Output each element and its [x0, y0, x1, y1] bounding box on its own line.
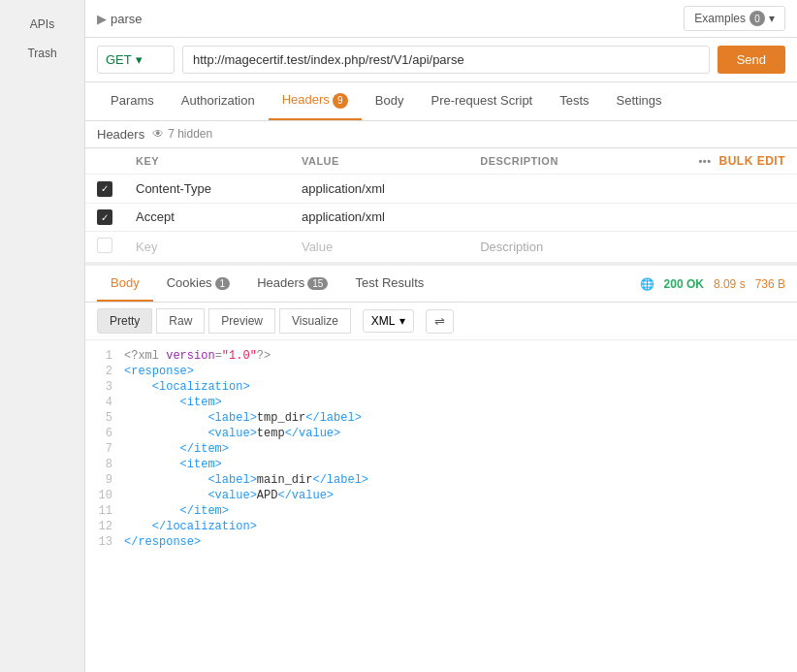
row1-key[interactable]: Content-Type — [124, 175, 290, 204]
row3-checkbox[interactable] — [97, 238, 112, 253]
tab-headers[interactable]: Headers9 — [269, 82, 362, 120]
row2-description[interactable] — [468, 203, 797, 232]
row2-value[interactable]: application/xml — [290, 203, 468, 232]
code-line: 6 <value>temp</value> — [85, 426, 797, 441]
sidebar-item-trash[interactable]: Trash — [0, 39, 84, 68]
tab-params[interactable]: Params — [97, 83, 168, 119]
row2-key[interactable]: Accept — [124, 203, 290, 232]
table-row: ✓ Accept application/xml — [85, 203, 797, 232]
send-button[interactable]: Send — [717, 46, 785, 74]
table-row: Key Value Description — [85, 232, 797, 263]
visualize-button[interactable]: Visualize — [279, 308, 351, 334]
tab-settings[interactable]: Settings — [603, 83, 676, 119]
arrow-icon: ▶ — [97, 12, 107, 26]
code-line: 11 </item> — [85, 503, 797, 519]
status-code: 200 OK — [664, 277, 704, 291]
response-code-area: 1<?xml version="1.0"?>2<response>3 <loca… — [85, 340, 797, 672]
wrap-button[interactable]: ⇌ — [426, 309, 454, 334]
response-time: 8.09 s — [714, 277, 746, 291]
table-row: ✓ Content-Type application/xml — [85, 175, 797, 204]
request-tabs: Params Authorization Headers9 Body Pre-r… — [85, 82, 797, 121]
code-line: 5 <label>tmp_dir</label> — [85, 410, 797, 426]
tab-body[interactable]: Body — [362, 83, 418, 119]
row3-description[interactable]: Description — [468, 232, 797, 263]
hidden-headers-badge: 👁 7 hidden — [152, 127, 212, 141]
wrap-icon: ⇌ — [434, 314, 445, 329]
examples-button[interactable]: Examples 0 ▾ — [684, 6, 785, 31]
tab-authorization[interactable]: Authorization — [168, 83, 269, 119]
response-tab-headers[interactable]: Headers15 — [243, 266, 341, 302]
examples-count-badge: 0 — [749, 11, 765, 26]
eye-icon: 👁 — [152, 127, 164, 141]
headers-table: KEY VALUE DESCRIPTION ••• Bulk Edit — [85, 148, 797, 264]
code-line: 7 </item> — [85, 441, 797, 457]
row2-checkbox[interactable]: ✓ — [97, 209, 112, 225]
main-content: ▶ parse Examples 0 ▾ GET ▾ Send Params A… — [85, 0, 797, 672]
code-line: 4 <item> — [85, 395, 797, 410]
code-line: 2<response> — [85, 364, 797, 379]
top-bar: ▶ parse Examples 0 ▾ — [85, 0, 797, 38]
format-select[interactable]: XML ▾ — [363, 309, 414, 333]
chevron-down-icon: ▾ — [399, 314, 405, 328]
sidebar-item-apis[interactable]: APIs — [0, 10, 84, 39]
chevron-down-icon: ▾ — [136, 52, 143, 67]
parse-label: ▶ parse — [97, 12, 143, 26]
response-tab-test-results[interactable]: Test Results — [341, 266, 437, 302]
code-line: 3 <localization> — [85, 379, 797, 395]
method-select[interactable]: GET ▾ — [97, 46, 175, 74]
sidebar: APIs Trash — [0, 0, 85, 672]
row3-value[interactable]: Value — [290, 232, 468, 263]
row3-key[interactable]: Key — [124, 232, 290, 263]
description-column-header: DESCRIPTION ••• Bulk Edit — [468, 148, 797, 175]
code-line: 13</response> — [85, 534, 797, 550]
bulk-edit-button[interactable]: Bulk Edit — [719, 154, 786, 168]
row1-description[interactable] — [468, 175, 797, 204]
response-section: Body Cookies1 Headers15 Test Results 🌐 2… — [85, 264, 797, 672]
response-status: 🌐 200 OK 8.09 s 736 B — [640, 277, 785, 291]
response-tab-cookies[interactable]: Cookies1 — [153, 266, 244, 302]
preview-button[interactable]: Preview — [208, 308, 275, 334]
code-line: 1<?xml version="1.0"?> — [85, 348, 797, 364]
url-bar: GET ▾ Send — [85, 38, 797, 82]
key-column-header: KEY — [124, 148, 290, 175]
tab-pre-request[interactable]: Pre-request Script — [417, 83, 546, 119]
more-options-icon[interactable]: ••• — [698, 155, 711, 167]
tab-tests[interactable]: Tests — [546, 83, 602, 119]
code-line: 12 </localization> — [85, 519, 797, 534]
code-line: 10 <value>APD</value> — [85, 488, 797, 503]
globe-icon: 🌐 — [640, 277, 654, 291]
raw-button[interactable]: Raw — [156, 308, 205, 334]
response-tabs: Body Cookies1 Headers15 Test Results 🌐 2… — [85, 266, 797, 303]
chevron-down-icon: ▾ — [769, 12, 775, 25]
response-size: 736 B — [755, 277, 785, 291]
url-input[interactable] — [182, 46, 710, 74]
row1-value[interactable]: application/xml — [290, 175, 468, 204]
value-column-header: VALUE — [290, 148, 468, 175]
headers-label: Headers — [97, 127, 144, 142]
headers-table-container: KEY VALUE DESCRIPTION ••• Bulk Edit — [85, 148, 797, 265]
pretty-button[interactable]: Pretty — [97, 308, 152, 334]
row1-checkbox[interactable]: ✓ — [97, 181, 112, 197]
response-toolbar: Pretty Raw Preview Visualize XML ▾ ⇌ — [85, 303, 797, 340]
code-line: 9 <label>main_dir</label> — [85, 472, 797, 488]
headers-section: Headers 👁 7 hidden — [85, 121, 797, 148]
code-line: 8 <item> — [85, 457, 797, 472]
response-tab-body[interactable]: Body — [97, 266, 153, 302]
